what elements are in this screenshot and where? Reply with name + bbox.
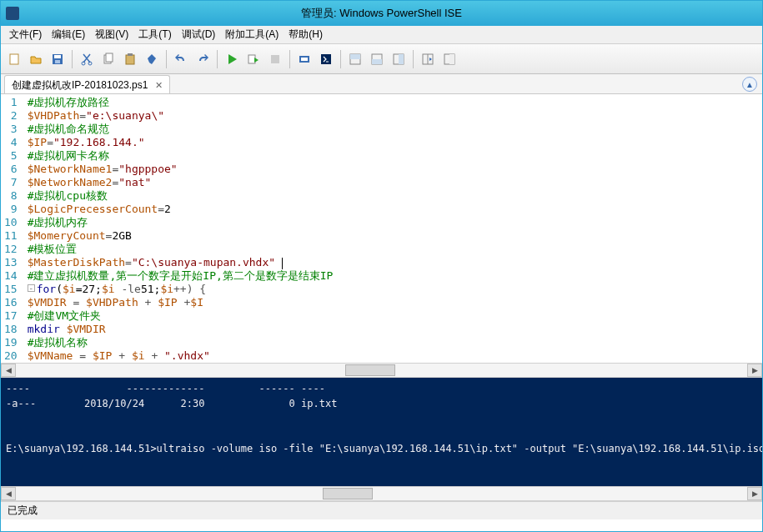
console-pane[interactable]: ---- ------------- ------ ---- -a--- 201… (1, 378, 762, 486)
console-hscrollbar[interactable]: ◀ ▶ (1, 486, 762, 501)
layout1-button[interactable] (345, 49, 365, 69)
scroll-right-icon[interactable]: ▶ (747, 487, 762, 500)
layout2-button[interactable] (367, 49, 387, 69)
svg-rect-7 (106, 53, 113, 62)
scroll-left-icon[interactable]: ◀ (1, 487, 16, 500)
powershell-button[interactable] (316, 49, 336, 69)
svg-rect-23 (449, 54, 454, 64)
new-remote-button[interactable] (294, 49, 314, 69)
tab-label: 创建虚拟机改IP-20181023.ps1 (12, 78, 148, 93)
scroll-thumb[interactable] (323, 488, 373, 499)
run-button[interactable] (222, 49, 242, 69)
toolbar (1, 44, 762, 74)
undo-button[interactable] (171, 49, 191, 69)
show-command-button[interactable] (418, 49, 438, 69)
layout3-button[interactable] (389, 49, 409, 69)
svg-rect-8 (126, 55, 134, 64)
scroll-right-icon[interactable]: ▶ (747, 364, 762, 377)
menu-bar: 文件(F) 编辑(E) 视图(V) 工具(T) 调试(D) 附加工具(A) 帮助… (1, 26, 762, 44)
scroll-track[interactable] (16, 364, 747, 377)
show-addon-button[interactable] (439, 49, 459, 69)
editor-pane: 123456789101112131415161718192021 #虚拟机存放… (1, 94, 762, 378)
tab-close-icon[interactable]: ✕ (153, 80, 164, 92)
menu-file[interactable]: 文件(F) (4, 26, 47, 43)
collapse-script-icon[interactable]: ▲ (742, 77, 757, 92)
save-button[interactable] (48, 49, 68, 69)
tab-bar: 创建虚拟机改IP-20181023.ps1 ✕ ▲ (1, 74, 762, 94)
menu-help[interactable]: 帮助(H) (284, 26, 328, 43)
status-bar: 已完成 (1, 501, 762, 519)
open-button[interactable] (26, 49, 46, 69)
menu-edit[interactable]: 编辑(E) (47, 26, 90, 43)
run-selection-button[interactable] (243, 49, 264, 69)
script-editor[interactable]: 123456789101112131415161718192021 #虚拟机存放… (1, 94, 762, 363)
scroll-track[interactable] (16, 487, 747, 500)
app-icon (6, 7, 19, 20)
menu-debug[interactable]: 调试(D) (177, 26, 221, 43)
new-button[interactable] (4, 49, 24, 69)
menu-view[interactable]: 视图(V) (90, 26, 133, 43)
status-text: 已完成 (8, 504, 38, 518)
svg-rect-16 (350, 54, 360, 59)
redo-button[interactable] (193, 49, 213, 69)
svg-rect-13 (301, 58, 308, 61)
clear-button[interactable] (142, 49, 162, 69)
svg-rect-20 (399, 54, 404, 64)
script-tab[interactable]: 创建虚拟机改IP-20181023.ps1 ✕ (4, 75, 170, 93)
title-bar: 管理员: Windows PowerShell ISE (1, 1, 762, 26)
stop-button[interactable] (265, 49, 285, 69)
svg-rect-0 (10, 54, 18, 64)
menu-addons[interactable]: 附加工具(A) (220, 26, 284, 43)
svg-rect-18 (372, 59, 382, 64)
line-gutter: 123456789101112131415161718192021 (1, 94, 24, 363)
svg-rect-10 (248, 55, 255, 63)
svg-rect-9 (128, 53, 133, 56)
svg-rect-2 (54, 55, 61, 58)
scroll-thumb[interactable] (345, 364, 395, 376)
editor-hscrollbar[interactable]: ◀ ▶ (1, 363, 762, 378)
copy-button[interactable] (98, 49, 118, 69)
svg-rect-11 (271, 55, 279, 63)
svg-rect-3 (55, 60, 60, 63)
cut-button[interactable] (77, 49, 97, 69)
window-title: 管理员: Windows PowerShell ISE (301, 6, 462, 21)
scroll-left-icon[interactable]: ◀ (1, 364, 16, 377)
menu-tools[interactable]: 工具(T) (133, 26, 176, 43)
code-area[interactable]: #虚拟机存放路径$VHDPath="e:\suanya\"#虚拟机命名规范$IP… (24, 94, 762, 363)
paste-button[interactable] (120, 49, 140, 69)
